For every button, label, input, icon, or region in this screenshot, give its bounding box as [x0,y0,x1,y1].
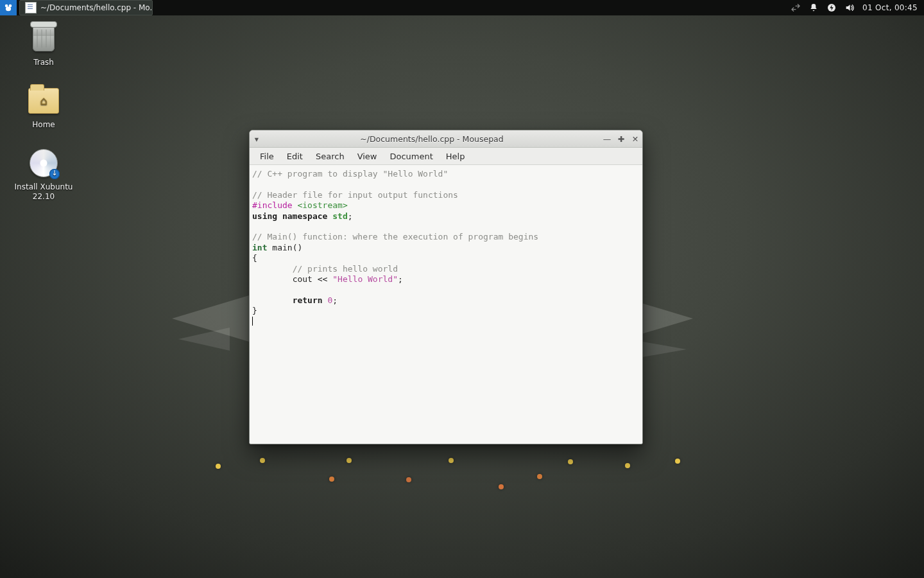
window-minimize-button[interactable]: — [600,130,614,147]
wallpaper-dot [406,477,411,482]
home-folder-icon [28,88,59,114]
menu-file[interactable]: File [255,150,279,163]
download-badge-icon: ↓ [51,170,58,177]
window-title: ~/Documents/hello.cpp - Mousepad [264,134,600,144]
menu-edit[interactable]: Edit [282,150,308,163]
window-close-button[interactable]: ✕ [628,130,642,147]
menubar: File Edit Search View Document Help [250,148,642,165]
editor-textarea[interactable]: // C++ program to display "Hello World" … [250,165,642,444]
xfce-mouse-icon [4,3,13,12]
desktop-icon-label: Home [32,120,55,130]
taskbar-item-mousepad[interactable]: ~/Documents/hello.cpp - Mo... [19,0,153,15]
desktop-icon-label: Trash [33,58,54,67]
desktop-icon-label: Install Xubuntu 22.10 [15,182,73,202]
wallpaper-dot [260,458,265,463]
volume-icon[interactable] [844,3,855,13]
menu-view[interactable]: View [352,150,382,163]
wallpaper-dot [499,484,504,489]
cd-icon: ↓ [30,149,58,177]
wallpaper-deco [635,340,687,358]
desktop-icon-trash[interactable]: Trash [12,23,76,67]
wallpaper-dot [568,459,573,464]
text-cursor [252,317,253,326]
mousepad-window: ▾ ~/Documents/hello.cpp - Mousepad — ✚ ✕… [249,130,643,444]
wallpaper-dot [675,459,680,464]
window-maximize-button[interactable]: ✚ [614,130,628,147]
wallpaper-dot [346,458,352,463]
top-panel: ~/Documents/hello.cpp - Mo... 01 Oct, 00… [0,0,924,15]
wallpaper-deco [178,328,230,351]
notifications-icon[interactable] [809,3,819,13]
desktop-icon-install[interactable]: ↓ Install Xubuntu 22.10 [12,148,76,202]
panel-clock[interactable]: 01 Oct, 00:45 [862,3,918,12]
window-titlebar[interactable]: ▾ ~/Documents/hello.cpp - Mousepad — ✚ ✕ [250,130,642,148]
power-manager-icon[interactable] [826,3,837,13]
taskbar-item-label: ~/Documents/hello.cpp - Mo... [40,3,153,12]
svg-point-2 [6,6,11,11]
window-menu-button[interactable]: ▾ [250,134,264,144]
trash-icon [33,26,55,51]
menu-search[interactable]: Search [311,150,350,163]
menu-document[interactable]: Document [384,150,438,163]
text-editor-icon [25,2,37,13]
system-tray: 01 Oct, 00:45 [784,3,924,13]
whisker-menu-button[interactable] [0,0,17,15]
wallpaper-dot [216,464,221,469]
network-icon[interactable] [791,3,801,13]
wallpaper-dot [329,477,334,482]
wallpaper-dot [537,474,542,479]
wallpaper-dot [449,458,454,463]
wallpaper-dot [625,463,630,468]
desktop-icon-home[interactable]: Home [12,85,76,130]
menu-help[interactable]: Help [441,150,470,163]
desktop-icons: Trash Home ↓ Install Xubuntu 22.10 [12,23,76,202]
